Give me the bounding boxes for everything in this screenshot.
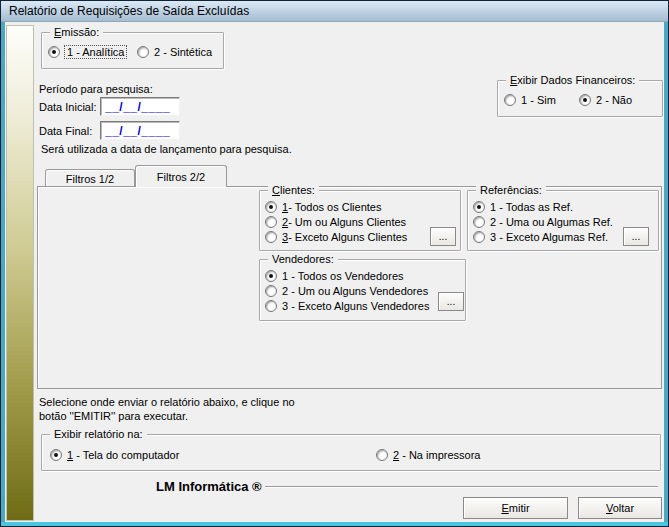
tab-label: Filtros 2/2 bbox=[157, 171, 205, 183]
radio-label: 3 - Exceto Algumas Ref. bbox=[490, 231, 608, 243]
radio-label: 2 - Uma ou Algumas Ref. bbox=[490, 216, 613, 228]
radio-clientes-exceto[interactable]: 3- Exceto Alguns Clientes bbox=[265, 230, 407, 244]
tab-filtros-1[interactable]: Filtros 1/2 bbox=[45, 169, 135, 187]
data-inicial-label: Data Inicial: bbox=[39, 101, 96, 113]
radio-referencias-exceto[interactable]: 3 - Exceto Algumas Ref. bbox=[473, 230, 608, 244]
ellipsis-label: ... bbox=[447, 296, 455, 307]
radio-referencias-todas[interactable]: 1 - Todas as Ref. bbox=[473, 200, 573, 214]
radio-saida-impressora[interactable]: 2 - Na impressora bbox=[376, 448, 480, 462]
radio-icon bbox=[579, 94, 591, 106]
radio-icon bbox=[137, 46, 149, 58]
radio-label: 2- Um ou Alguns Clientes bbox=[282, 216, 406, 228]
radio-label: 3- Exceto Alguns Clientes bbox=[282, 231, 407, 243]
exibir-relatorio-group-label: Exibir relatório na: bbox=[50, 427, 147, 441]
periodo-note: Será utilizada a data de lançamento para… bbox=[41, 143, 292, 155]
dialog-window: Relatório de Requisições de Saída Excluí… bbox=[0, 0, 669, 527]
radio-icon bbox=[376, 449, 388, 461]
brand-text: LM Informática ® bbox=[156, 479, 262, 494]
radio-saida-tela[interactable]: 1 - Tela do computador bbox=[50, 448, 179, 462]
brand-divider bbox=[265, 486, 658, 488]
radio-label: 1 - Analítica bbox=[65, 46, 126, 58]
radio-icon bbox=[265, 216, 277, 228]
radio-label: 1 - Tela do computador bbox=[67, 449, 179, 461]
tab-filtros-2[interactable]: Filtros 2/2 bbox=[135, 165, 227, 187]
radio-icon bbox=[473, 216, 485, 228]
radio-referencias-uma-ou-algumas[interactable]: 2 - Uma ou Algumas Ref. bbox=[473, 215, 613, 229]
window-frame-bottom bbox=[1, 522, 668, 526]
radio-label: 2 - Um ou Alguns Vendedores bbox=[282, 285, 428, 297]
radio-vendedores-todos[interactable]: 1 - Todos os Vendedores bbox=[265, 269, 404, 283]
radio-emissao-analitica[interactable]: 1 - Analítica bbox=[48, 45, 126, 59]
radio-icon bbox=[265, 201, 277, 213]
ellipsis-label: ... bbox=[632, 231, 640, 242]
radio-financeiro-sim[interactable]: 1 - Sim bbox=[504, 93, 556, 107]
radio-icon bbox=[265, 300, 277, 312]
referencias-browse-button[interactable]: ... bbox=[623, 227, 649, 246]
radio-label: 1 - Sim bbox=[521, 94, 556, 106]
tab-label: Filtros 1/2 bbox=[66, 173, 114, 185]
referencias-group-label: Referências: bbox=[476, 183, 546, 197]
vendedores-group-label: Vendedores: bbox=[268, 252, 338, 266]
data-final-input[interactable] bbox=[100, 121, 180, 140]
brand-row: LM Informática ® bbox=[156, 479, 658, 494]
window-frame-right bbox=[664, 22, 668, 526]
radio-icon bbox=[48, 46, 60, 58]
radio-icon bbox=[265, 231, 277, 243]
radio-label: 2 - Não bbox=[596, 94, 632, 106]
ellipsis-label: ... bbox=[439, 231, 447, 242]
emitir-button-label: Emitir bbox=[501, 502, 529, 514]
radio-vendedores-exceto[interactable]: 3 - Exceto Alguns Vendedores bbox=[265, 299, 429, 313]
radio-emissao-sintetica[interactable]: 2 - Sintética bbox=[137, 45, 212, 59]
data-inicial-input[interactable] bbox=[100, 97, 180, 116]
clientes-browse-button[interactable]: ... bbox=[430, 227, 456, 246]
radio-icon bbox=[473, 201, 485, 213]
radio-icon bbox=[473, 231, 485, 243]
clientes-group-label: Clientes: bbox=[268, 183, 319, 197]
radio-financeiro-nao[interactable]: 2 - Não bbox=[579, 93, 632, 107]
radio-label: 2 - Na impressora bbox=[393, 449, 480, 461]
radio-icon bbox=[504, 94, 516, 106]
radio-clientes-todos[interactable]: 1- Todos os Clientes bbox=[265, 200, 381, 214]
radio-label: 1 - Todas as Ref. bbox=[490, 201, 573, 213]
vendedores-browse-button[interactable]: ... bbox=[438, 292, 464, 311]
data-final-label: Data Final: bbox=[39, 125, 92, 137]
radio-label: 1- Todos os Clientes bbox=[282, 201, 381, 213]
footer-instruction: Selecione onde enviar o relatório abaixo… bbox=[39, 395, 295, 423]
emitir-button[interactable]: Emitir bbox=[463, 497, 568, 519]
left-gradient-bar bbox=[6, 25, 34, 521]
voltar-button-label: Voltar bbox=[606, 502, 634, 514]
radio-icon bbox=[265, 270, 277, 282]
dados-financeiros-group-label: Exibir Dados Financeiros: bbox=[506, 73, 639, 87]
window-title: Relatório de Requisições de Saída Excluí… bbox=[9, 4, 249, 18]
radio-icon bbox=[265, 285, 277, 297]
radio-label: 3 - Exceto Alguns Vendedores bbox=[282, 300, 429, 312]
radio-label: 1 - Todos os Vendedores bbox=[282, 270, 404, 282]
window-frame-left bbox=[1, 22, 5, 526]
title-bar[interactable]: Relatório de Requisições de Saída Excluí… bbox=[1, 1, 668, 22]
voltar-button[interactable]: Voltar bbox=[578, 497, 662, 519]
emissao-group-label: Emissão: bbox=[50, 25, 103, 39]
radio-icon bbox=[50, 449, 62, 461]
radio-clientes-um-ou-alguns[interactable]: 2- Um ou Alguns Clientes bbox=[265, 215, 406, 229]
radio-label: 2 - Sintética bbox=[154, 46, 212, 58]
periodo-title: Período para pesquisa: bbox=[39, 83, 153, 95]
radio-vendedores-um-ou-alguns[interactable]: 2 - Um ou Alguns Vendedores bbox=[265, 284, 428, 298]
